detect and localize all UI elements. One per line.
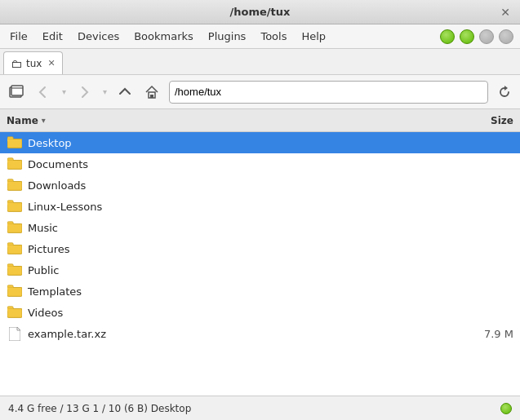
folder-icon bbox=[7, 219, 23, 236]
window-close-button[interactable]: ✕ bbox=[499, 6, 512, 19]
svg-rect-36 bbox=[7, 288, 13, 290]
up-button[interactable] bbox=[112, 79, 138, 105]
folder-icon bbox=[7, 262, 23, 278]
file-icon bbox=[7, 325, 23, 342]
new-window-button[interactable] bbox=[3, 79, 29, 105]
file-row[interactable]: Linux-Lessons bbox=[0, 196, 520, 217]
window-controls bbox=[440, 29, 517, 44]
size-column-header[interactable]: Size bbox=[448, 115, 513, 126]
file-name: Downloads bbox=[28, 179, 448, 192]
forward-dropdown[interactable]: ▾ bbox=[98, 79, 111, 105]
titlebar: /home/tux ✕ bbox=[0, 0, 520, 24]
folder-icon bbox=[7, 135, 23, 151]
svg-rect-40 bbox=[7, 309, 13, 312]
file-name: Public bbox=[28, 264, 448, 276]
tab-close-button[interactable]: ✕ bbox=[47, 58, 55, 69]
menu-devices[interactable]: Devices bbox=[71, 28, 126, 45]
home-icon bbox=[144, 85, 159, 99]
file-row[interactable]: Templates bbox=[0, 281, 520, 302]
file-name: example.tar.xz bbox=[28, 328, 448, 340]
refresh-button[interactable] bbox=[492, 80, 517, 104]
svg-rect-4 bbox=[150, 95, 153, 98]
minimize-button[interactable] bbox=[440, 29, 455, 44]
forward-button[interactable] bbox=[71, 79, 97, 105]
svg-marker-41 bbox=[9, 327, 20, 341]
status-text: 4.4 G free / 13 G 1 / 10 (6 B) Desktop bbox=[8, 403, 191, 414]
statusbar: 4.4 G free / 13 G 1 / 10 (6 B) Desktop bbox=[0, 396, 520, 420]
close-button[interactable] bbox=[499, 29, 513, 44]
new-window-icon bbox=[8, 84, 24, 100]
shade-button[interactable] bbox=[479, 29, 494, 44]
back-button[interactable] bbox=[30, 79, 56, 105]
folder-icon bbox=[7, 304, 23, 321]
file-name: Documents bbox=[28, 158, 448, 170]
menu-edit[interactable]: Edit bbox=[36, 28, 69, 45]
file-row[interactable]: Pictures bbox=[0, 238, 520, 259]
back-icon bbox=[36, 85, 51, 99]
tab-folder-icon: 🗀 bbox=[11, 57, 22, 70]
svg-rect-8 bbox=[7, 139, 13, 142]
svg-rect-24 bbox=[7, 224, 13, 227]
maximize-button[interactable] bbox=[460, 29, 474, 44]
file-row[interactable]: Videos bbox=[0, 302, 520, 323]
file-row[interactable]: Downloads bbox=[0, 175, 520, 196]
svg-rect-28 bbox=[7, 245, 13, 248]
svg-rect-32 bbox=[7, 267, 13, 269]
svg-rect-1 bbox=[11, 86, 23, 95]
up-icon bbox=[118, 85, 132, 99]
file-name: Desktop bbox=[28, 137, 448, 149]
home-button[interactable] bbox=[139, 79, 165, 105]
forward-icon bbox=[77, 85, 91, 99]
toolbar: ▾ ▾ bbox=[0, 75, 520, 109]
file-size: 7.9 M bbox=[448, 328, 513, 340]
back-dropdown[interactable]: ▾ bbox=[57, 79, 70, 105]
menu-help[interactable]: Help bbox=[295, 28, 332, 45]
tabbar: 🗀 tux ✕ bbox=[0, 49, 520, 75]
file-row[interactable]: Public bbox=[0, 259, 520, 281]
tab-label: tux bbox=[26, 58, 42, 69]
menu-tools[interactable]: Tools bbox=[254, 28, 293, 45]
folder-icon bbox=[7, 241, 23, 257]
menu-plugins[interactable]: Plugins bbox=[202, 28, 253, 45]
folder-icon bbox=[7, 283, 23, 299]
address-bar[interactable] bbox=[169, 81, 488, 104]
status-indicator bbox=[500, 403, 512, 414]
folder-icon bbox=[7, 156, 23, 172]
file-row[interactable]: example.tar.xz7.9 M bbox=[0, 323, 520, 344]
file-name: Linux-Lessons bbox=[28, 201, 448, 213]
menu-bookmarks[interactable]: Bookmarks bbox=[127, 28, 200, 45]
list-header: Name ▾ Size bbox=[0, 109, 520, 132]
name-column-header[interactable]: Name ▾ bbox=[7, 115, 448, 126]
folder-icon bbox=[7, 198, 23, 214]
tab-tux[interactable]: 🗀 tux ✕ bbox=[3, 51, 63, 74]
file-name: Videos bbox=[28, 307, 448, 319]
file-row[interactable]: Desktop bbox=[0, 132, 520, 153]
svg-rect-20 bbox=[7, 203, 13, 206]
file-list: Desktop Documents Downloads Linux-Lesson… bbox=[0, 132, 520, 396]
menu-file[interactable]: File bbox=[3, 28, 34, 45]
file-name: Pictures bbox=[28, 243, 448, 255]
refresh-icon bbox=[497, 85, 512, 99]
svg-rect-16 bbox=[7, 182, 13, 184]
file-row[interactable]: Music bbox=[0, 217, 520, 238]
file-name: Music bbox=[28, 222, 448, 234]
folder-icon bbox=[7, 177, 23, 193]
sort-icon: ▾ bbox=[42, 116, 46, 125]
titlebar-title: /home/tux bbox=[230, 6, 291, 18]
file-row[interactable]: Documents bbox=[0, 153, 520, 175]
file-name: Templates bbox=[28, 285, 448, 298]
svg-rect-12 bbox=[7, 161, 13, 163]
menubar: File Edit Devices Bookmarks Plugins Tool… bbox=[0, 24, 520, 49]
